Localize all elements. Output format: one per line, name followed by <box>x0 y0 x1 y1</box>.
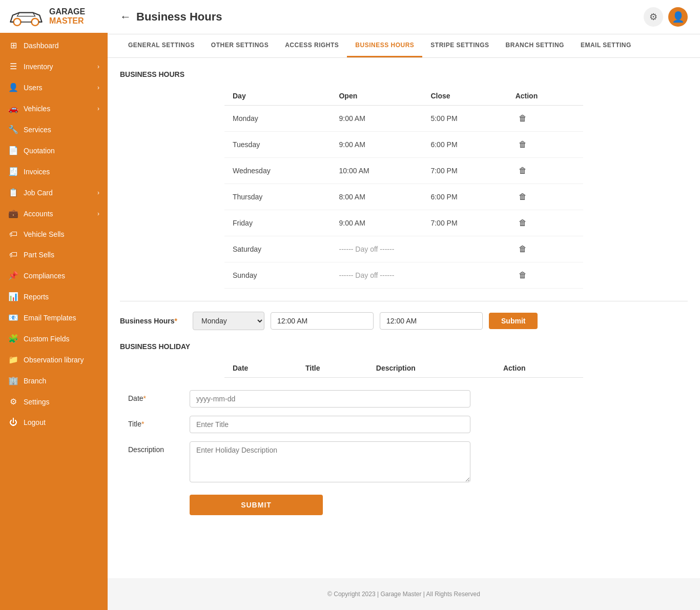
sidebar-item-services[interactable]: 🔧 Services <box>0 119 108 140</box>
sidebar-item-settings[interactable]: ⚙ Settings <box>0 391 108 412</box>
business-hours-title: BUSINESS HOURS <box>120 70 688 78</box>
open-time-input[interactable] <box>271 312 374 330</box>
action-cell: 🗑 <box>507 262 583 289</box>
tab-stripe-settings[interactable]: STRIPE SETTINGS <box>422 34 497 57</box>
back-arrow[interactable]: ← <box>120 10 131 24</box>
sidebar-label-vehicle-sells: Vehicle Sells <box>24 230 64 238</box>
sidebar-item-email-templates[interactable]: 📧 Email Templates <box>0 307 108 328</box>
delete-row-button[interactable]: 🗑 <box>516 242 530 256</box>
sidebar-item-vehicle-sells[interactable]: 🏷 Vehicle Sells <box>0 224 108 245</box>
delete-row-button[interactable]: 🗑 <box>516 164 530 177</box>
close-cell: 5:00 PM <box>422 106 507 132</box>
sidebar-label-dashboard: Dashboard <box>24 42 59 50</box>
sidebar-item-job-card[interactable]: 📋 Job Card › <box>0 182 108 203</box>
main-content: ← Business Hours ⚙ 👤 GENERAL SETTINGS OT… <box>108 0 700 610</box>
logo: GARAGE MASTER <box>0 0 108 33</box>
sidebar-label-settings: Settings <box>24 398 50 406</box>
delete-row-button[interactable]: 🗑 <box>516 269 530 282</box>
hours-submit-button[interactable]: Submit <box>489 313 538 329</box>
sidebar-item-compliances[interactable]: 📌 Compliances <box>0 265 108 286</box>
table-row: Monday9:00 AM5:00 PM🗑 <box>224 106 583 132</box>
sidebar-item-observation-library[interactable]: 📁 Observation library <box>0 349 108 370</box>
holiday-description-input[interactable] <box>190 441 470 482</box>
day-cell: Monday <box>224 106 331 132</box>
delete-row-button[interactable]: 🗑 <box>516 216 530 230</box>
inventory-icon: ☰ <box>8 62 18 71</box>
delete-row-button[interactable]: 🗑 <box>516 138 530 151</box>
close-cell: 7:00 PM <box>422 158 507 184</box>
chevron-right-icon: › <box>97 84 99 91</box>
svg-point-1 <box>32 18 39 26</box>
user-avatar-button[interactable]: 👤 <box>668 7 688 27</box>
holiday-description-label: Description <box>128 441 190 454</box>
tab-email-setting[interactable]: EMAIL SETTING <box>572 34 640 57</box>
holiday-submit-button[interactable]: SUBMIT <box>190 495 323 515</box>
sidebar-item-reports[interactable]: 📊 Reports <box>0 286 108 307</box>
close-time-input[interactable] <box>380 312 483 330</box>
tab-access-rights[interactable]: ACCESS RIGHTS <box>277 34 347 57</box>
sidebar-item-users[interactable]: 👤 Users › <box>0 77 108 98</box>
sidebar-item-vehicles[interactable]: 🚗 Vehicles › <box>0 98 108 119</box>
action-cell: 🗑 <box>507 210 583 236</box>
col-day: Day <box>224 87 331 106</box>
settings-gear-button[interactable]: ⚙ <box>644 7 663 27</box>
business-hours-form: Business Hours* Monday Tuesday Wednesday… <box>120 312 688 330</box>
business-hours-form-label: Business Hours* <box>120 317 187 325</box>
logo-master: MASTER <box>49 16 85 26</box>
observation-icon: 📁 <box>8 355 18 364</box>
day-cell: Saturday <box>224 236 331 262</box>
dashboard-icon: ⊞ <box>8 40 18 50</box>
sidebar-item-logout[interactable]: ⏻ Logout <box>0 412 108 433</box>
sidebar-item-branch[interactable]: 🏢 Branch <box>0 370 108 391</box>
delete-row-button[interactable]: 🗑 <box>516 112 530 125</box>
holiday-date-input[interactable] <box>190 390 470 408</box>
col-action: Action <box>495 359 583 378</box>
sidebar-label-observation: Observation library <box>24 356 84 364</box>
tab-branch-setting[interactable]: BRANCH SETTING <box>498 34 572 57</box>
day-cell: Wednesday <box>224 158 331 184</box>
sidebar-item-quotation[interactable]: 📄 Quotation <box>0 140 108 161</box>
col-title: Title <box>297 359 368 378</box>
sidebar-label-services: Services <box>24 126 51 134</box>
close-cell: 6:00 PM <box>422 184 507 210</box>
holiday-date-row: Date* <box>128 390 470 408</box>
holiday-title-row: Title* <box>128 416 470 433</box>
services-icon: 🔧 <box>8 125 18 134</box>
vehicle-sells-icon: 🏷 <box>8 230 18 239</box>
logout-icon: ⏻ <box>8 418 18 427</box>
col-action: Action <box>507 87 583 106</box>
business-holiday-section: BUSINESS HOLIDAY Date Title Description … <box>120 342 688 515</box>
col-date: Date <box>224 359 297 378</box>
open-cell: 9:00 AM <box>331 106 422 132</box>
holiday-title-input[interactable] <box>190 416 470 433</box>
holiday-title-label: Title* <box>128 416 190 428</box>
chevron-right-icon: › <box>97 63 99 70</box>
tab-other-settings[interactable]: OTHER SETTINGS <box>203 34 277 57</box>
sidebar-item-part-sells[interactable]: 🏷 Part Sells <box>0 245 108 265</box>
holiday-description-row: Description <box>128 441 470 482</box>
delete-row-button[interactable]: 🗑 <box>516 190 530 204</box>
close-cell: 7:00 PM <box>422 210 507 236</box>
sidebar-item-invoices[interactable]: 🧾 Invoices <box>0 161 108 182</box>
sidebar-item-custom-fields[interactable]: 🧩 Custom Fields <box>0 328 108 349</box>
tab-business-hours[interactable]: BUSINESS HOURS <box>347 34 422 57</box>
day-cell: Sunday <box>224 262 331 289</box>
chevron-right-icon: › <box>97 210 99 217</box>
day-select[interactable]: Monday Tuesday Wednesday Thursday Friday… <box>193 312 264 330</box>
action-cell: 🗑 <box>507 158 583 184</box>
sidebar-item-dashboard[interactable]: ⊞ Dashboard <box>0 35 108 56</box>
holiday-form: Date* Title* Description SUBMIT <box>120 390 479 515</box>
branch-icon: 🏢 <box>8 376 18 385</box>
job-card-icon: 📋 <box>8 188 18 197</box>
sidebar-label-branch: Branch <box>24 377 46 385</box>
col-description: Description <box>368 359 495 378</box>
compliances-icon: 📌 <box>8 271 18 280</box>
quotation-icon: 📄 <box>8 146 18 155</box>
tab-general-settings[interactable]: GENERAL SETTINGS <box>120 34 203 57</box>
page-header: ← Business Hours ⚙ 👤 <box>108 0 700 34</box>
chevron-right-icon: › <box>97 105 99 112</box>
logo-garage: GARAGE <box>49 7 85 16</box>
sidebar-item-inventory[interactable]: ☰ Inventory › <box>0 56 108 77</box>
sidebar-label-inventory: Inventory <box>24 63 53 71</box>
sidebar-item-accounts[interactable]: 💼 Accounts › <box>0 203 108 224</box>
